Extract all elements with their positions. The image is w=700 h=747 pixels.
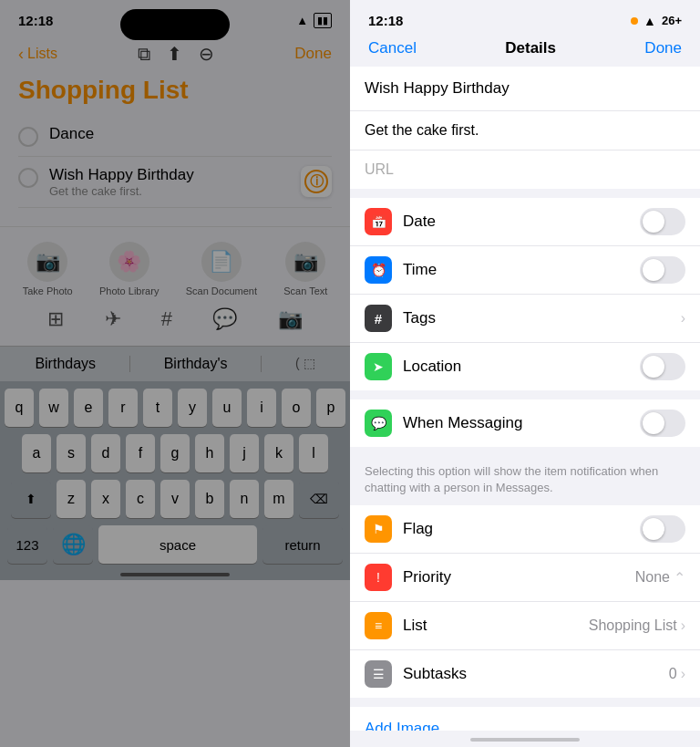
bubble-icon[interactable]: 💬 xyxy=(212,307,237,331)
toolbar-scan-document[interactable]: 📄 Scan Document xyxy=(186,242,257,296)
done-button-right[interactable]: Done xyxy=(644,39,682,57)
messaging-icon: 💬 xyxy=(365,410,392,437)
toolbar-take-photo[interactable]: 📷 Take Photo xyxy=(23,242,73,296)
key-u[interactable]: u xyxy=(212,389,242,427)
key-i[interactable]: i xyxy=(247,389,276,427)
toolbar-row-main: 📷 Take Photo 🌸 Photo Library 📄 Scan Docu… xyxy=(0,242,350,307)
key-h[interactable]: h xyxy=(195,434,224,472)
subtasks-icon: ☰ xyxy=(365,660,392,688)
key-l[interactable]: l xyxy=(299,434,328,472)
back-button[interactable]: ‹ Lists xyxy=(18,45,57,64)
dynamic-island xyxy=(120,9,230,40)
status-bar-left: 12:18 ▲ ▮▮ xyxy=(0,0,350,36)
flag-toggle[interactable] xyxy=(640,515,685,543)
key-v[interactable]: v xyxy=(160,480,190,518)
details-content: Wish Happy Birthday Get the cake first. … xyxy=(350,67,700,731)
key-f[interactable]: f xyxy=(126,434,155,472)
location-icon: ➤ xyxy=(365,353,392,380)
pred-word-birthdays2[interactable]: Birthday's xyxy=(164,356,228,372)
key-q[interactable]: q xyxy=(5,389,34,427)
camera2-icon[interactable]: 📷 xyxy=(278,307,303,331)
toolbar-photo-library[interactable]: 🌸 Photo Library xyxy=(99,242,159,296)
key-r[interactable]: r xyxy=(108,389,138,427)
shift-key[interactable]: ⬆ xyxy=(11,480,51,518)
copy-icon[interactable]: ⧉ xyxy=(138,44,150,65)
checkbox-dance[interactable] xyxy=(18,127,38,147)
emoji-key[interactable]: 🌐 xyxy=(53,525,93,564)
chevron-left-icon: ‹ xyxy=(18,45,24,64)
key-row-3: ⬆ z x c v b n m ⌫ xyxy=(4,480,346,518)
hashtag-icon[interactable]: # xyxy=(161,307,172,331)
key-w[interactable]: w xyxy=(39,389,68,427)
key-k[interactable]: k xyxy=(264,434,293,472)
key-a[interactable]: a xyxy=(22,434,51,472)
cancel-button[interactable]: Cancel xyxy=(368,39,417,57)
time-toggle[interactable] xyxy=(640,256,685,284)
list-row[interactable]: ≡ List Shopping List › xyxy=(350,602,700,650)
home-indicator-left xyxy=(120,573,230,576)
wifi-icon-left: ▲ xyxy=(296,14,308,27)
detail-item-title[interactable]: Wish Happy Birthday xyxy=(365,79,510,97)
key-n[interactable]: n xyxy=(230,480,259,518)
add-image-row[interactable]: Add Image xyxy=(350,707,700,731)
datetime-card: 📅 Date ⏰ Time # Tags › xyxy=(350,198,700,390)
return-key[interactable]: return xyxy=(262,525,343,564)
url-field[interactable]: URL xyxy=(365,161,394,177)
key-d[interactable]: d xyxy=(91,434,120,472)
share-icon[interactable]: ⬆ xyxy=(167,43,182,65)
tags-label: Tags xyxy=(403,309,681,327)
key-x[interactable]: x xyxy=(91,480,120,518)
date-toggle[interactable] xyxy=(640,208,685,235)
chevron-right-tags: › xyxy=(681,310,685,327)
status-time-left: 12:18 xyxy=(18,13,53,28)
done-button-left[interactable]: Done xyxy=(294,45,332,63)
key-y[interactable]: y xyxy=(178,389,207,427)
list-item-content-dance: Dance xyxy=(49,125,332,143)
toolbar-row-secondary: ⊞ ✈ # 💬 📷 xyxy=(0,307,350,338)
key-o[interactable]: o xyxy=(282,389,311,427)
delete-key[interactable]: ⌫ xyxy=(299,480,339,518)
key-e[interactable]: e xyxy=(74,389,103,427)
key-s[interactable]: s xyxy=(57,434,86,472)
toggle-knob-date xyxy=(643,211,664,233)
checkbox-birthday[interactable] xyxy=(18,168,38,188)
key-z[interactable]: z xyxy=(57,480,86,518)
messaging-row: 💬 When Messaging xyxy=(350,399,700,447)
key-t[interactable]: t xyxy=(143,389,172,427)
nav-bar-left: ‹ Lists ⧉ ⬆ ⊖ Done xyxy=(0,36,350,72)
pred-divider xyxy=(129,356,130,372)
nav-bar-right: Cancel Details Done xyxy=(350,36,700,67)
pred-word-birthdays[interactable]: Birthdays xyxy=(35,356,96,372)
list-item: Dance xyxy=(18,116,332,157)
info-badge[interactable]: ⓘ xyxy=(301,166,332,197)
messaging-label: When Messaging xyxy=(403,414,640,432)
detail-item-note[interactable]: Get the cake first. xyxy=(365,122,479,138)
key-p[interactable]: p xyxy=(316,389,345,427)
key-j[interactable]: j xyxy=(230,434,259,472)
status-time-right: 12:18 xyxy=(368,13,403,28)
subtasks-row[interactable]: ☰ Subtasks 0 › xyxy=(350,650,700,698)
key-c[interactable]: c xyxy=(126,480,155,518)
date-icon: 📅 xyxy=(365,208,392,235)
toggle-knob-flag xyxy=(643,518,664,540)
list-item-birthday: Wish Happy Birthday Get the cake first. … xyxy=(18,157,332,208)
space-key[interactable]: space xyxy=(98,525,257,564)
key-m[interactable]: m xyxy=(264,480,293,518)
home-bar-left xyxy=(0,567,350,580)
messaging-toggle[interactable] xyxy=(640,410,685,437)
num-key[interactable]: 123 xyxy=(7,525,47,564)
scan-doc-icon: 📄 xyxy=(201,242,242,282)
send-icon[interactable]: ✈ xyxy=(105,307,121,331)
format-icon[interactable]: ⊞ xyxy=(47,307,64,331)
tags-icon: # xyxy=(365,305,392,332)
tags-row[interactable]: # Tags › xyxy=(350,295,700,343)
toolbar-scan-text[interactable]: 📷 Scan Text xyxy=(283,242,327,296)
more-icon[interactable]: ⊖ xyxy=(199,43,214,65)
location-toggle[interactable] xyxy=(640,353,685,380)
priority-row[interactable]: ! Priority None ⌃ xyxy=(350,554,700,602)
key-g[interactable]: g xyxy=(160,434,190,472)
add-image-label[interactable]: Add Image xyxy=(365,720,439,731)
key-row-1: q w e r t y u i o p xyxy=(4,389,346,427)
list-item-subtitle-birthday: Get the cake first. xyxy=(49,184,290,198)
key-b[interactable]: b xyxy=(195,480,224,518)
